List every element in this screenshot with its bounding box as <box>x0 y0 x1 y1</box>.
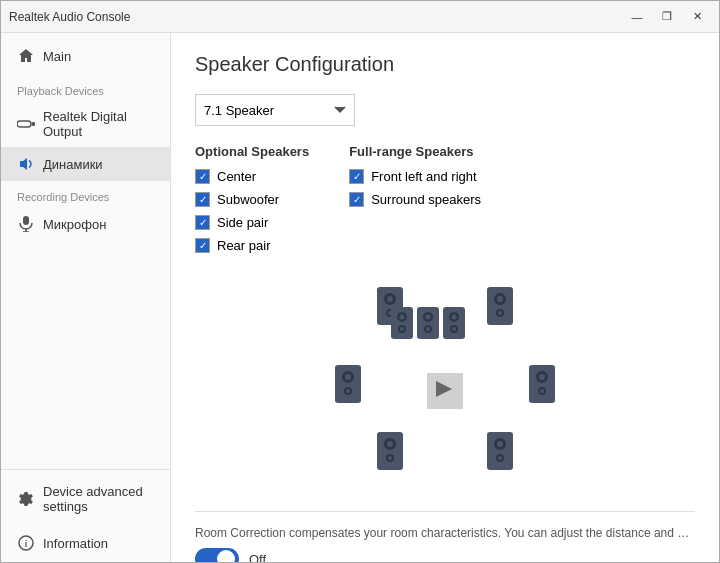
subwoofer-right[interactable] <box>443 307 465 339</box>
subwoofer-checkbox[interactable]: ✓ <box>195 192 210 207</box>
rear-left-speaker[interactable] <box>377 432 403 470</box>
digital-output-label: Realtek Digital Output <box>43 109 154 139</box>
checkbox-rear-pair[interactable]: ✓ Rear pair <box>195 238 309 253</box>
side-right-speaker[interactable] <box>529 365 555 403</box>
surround-checkbox[interactable]: ✓ <box>349 192 364 207</box>
restore-button[interactable]: ❐ <box>653 7 681 27</box>
svg-point-46 <box>388 456 392 460</box>
svg-point-31 <box>452 327 456 331</box>
svg-text:i: i <box>25 539 28 549</box>
sidebar-item-main[interactable]: Main <box>1 37 170 75</box>
front-right-speaker[interactable] <box>487 287 513 325</box>
check-mark: ✓ <box>199 218 207 228</box>
svg-point-19 <box>426 315 431 320</box>
svg-point-14 <box>497 296 503 302</box>
svg-point-29 <box>452 315 457 320</box>
front-lr-label: Front left and right <box>371 169 477 184</box>
svg-point-24 <box>400 315 405 320</box>
toggle-label: Off <box>249 552 266 563</box>
side-pair-checkbox[interactable]: ✓ <box>195 215 210 230</box>
title-bar: Realtek Audio Console — ❐ ✕ <box>1 1 719 33</box>
svg-rect-22 <box>391 307 413 339</box>
svg-rect-2 <box>23 216 29 225</box>
rear-pair-label: Rear pair <box>217 238 270 253</box>
room-correction-section: Room Correction compensates your room ch… <box>195 511 695 562</box>
info-icon: i <box>17 534 35 552</box>
sidebar-item-advanced-settings[interactable]: Device advanced settings <box>1 474 170 524</box>
sidebar-item-information[interactable]: i Information <box>1 524 170 562</box>
close-button[interactable]: ✕ <box>683 7 711 27</box>
main-panel: Speaker Configuration 7.1 Speaker Option… <box>171 33 719 562</box>
content-area: Main Playback Devices Realtek Digital Ou… <box>1 33 719 562</box>
svg-point-34 <box>345 374 351 380</box>
subwoofer-label: Subwoofer <box>217 192 279 207</box>
room-correction-toggle[interactable] <box>195 548 239 562</box>
svg-point-16 <box>498 311 502 315</box>
gear-icon <box>17 490 35 508</box>
room-correction-text: Room Correction compensates your room ch… <box>195 526 695 540</box>
sidebar-bottom: Device advanced settings i Information <box>1 469 170 562</box>
home-icon <box>17 47 35 65</box>
fullrange-speakers-column: Full-range Speakers ✓ Front left and rig… <box>349 144 481 261</box>
check-mark: ✓ <box>353 172 361 182</box>
toggle-row: Off <box>195 548 695 562</box>
speaker-diagram <box>305 277 585 497</box>
checkbox-side-pair[interactable]: ✓ Side pair <box>195 215 309 230</box>
svg-rect-32 <box>335 365 361 403</box>
speaker-diagram-container <box>195 277 695 497</box>
side-left-speaker[interactable] <box>335 365 361 403</box>
optional-speakers-title: Optional Speakers <box>195 144 309 159</box>
digital-output-icon <box>17 115 35 133</box>
svg-rect-17 <box>417 307 439 339</box>
center-speaker[interactable] <box>417 307 439 339</box>
subwoofer-left[interactable] <box>391 307 413 339</box>
svg-point-51 <box>498 456 502 460</box>
svg-rect-12 <box>487 287 513 325</box>
microphone-icon <box>17 215 35 233</box>
center-checkbox[interactable]: ✓ <box>195 169 210 184</box>
check-mark: ✓ <box>199 172 207 182</box>
sidebar-item-digital-output[interactable]: Realtek Digital Output <box>1 101 170 147</box>
rear-pair-checkbox[interactable]: ✓ <box>195 238 210 253</box>
information-label: Information <box>43 536 108 551</box>
chevron-down-icon <box>334 106 346 114</box>
advanced-settings-label: Device advanced settings <box>43 484 154 514</box>
checkbox-center[interactable]: ✓ Center <box>195 169 309 184</box>
speaker-config-dropdown[interactable]: 7.1 Speaker <box>195 94 355 126</box>
front-lr-checkbox[interactable]: ✓ <box>349 169 364 184</box>
svg-rect-27 <box>443 307 465 339</box>
app-window: Realtek Audio Console — ❐ ✕ Main Playbac… <box>0 0 720 563</box>
window-controls: — ❐ ✕ <box>623 7 711 27</box>
svg-rect-1 <box>32 122 35 126</box>
svg-point-41 <box>540 389 544 393</box>
sidebar-item-dynamics[interactable]: Динамики <box>1 147 170 181</box>
check-mark: ✓ <box>199 195 207 205</box>
checkbox-surround[interactable]: ✓ Surround speakers <box>349 192 481 207</box>
svg-rect-37 <box>529 365 555 403</box>
page-title: Speaker Configuration <box>195 53 695 76</box>
optional-speakers-column: Optional Speakers ✓ Center ✓ Subwoofer <box>195 144 309 261</box>
microphone-label: Микрофон <box>43 217 106 232</box>
speakers-section: Optional Speakers ✓ Center ✓ Subwoofer <box>195 144 695 261</box>
rear-right-speaker[interactable] <box>487 432 513 470</box>
sidebar-item-microphone[interactable]: Микрофон <box>1 207 170 241</box>
dynamics-label: Динамики <box>43 157 103 172</box>
checkbox-front-lr[interactable]: ✓ Front left and right <box>349 169 481 184</box>
svg-point-44 <box>387 441 393 447</box>
svg-rect-0 <box>17 121 31 127</box>
svg-point-39 <box>539 374 545 380</box>
fullrange-speakers-title: Full-range Speakers <box>349 144 481 159</box>
side-pair-label: Side pair <box>217 215 268 230</box>
svg-point-9 <box>387 296 393 302</box>
sidebar: Main Playback Devices Realtek Digital Ou… <box>1 33 171 562</box>
checkbox-subwoofer[interactable]: ✓ Subwoofer <box>195 192 309 207</box>
surround-label: Surround speakers <box>371 192 481 207</box>
main-label: Main <box>43 49 71 64</box>
center-label: Center <box>217 169 256 184</box>
svg-point-36 <box>346 389 350 393</box>
speaker-icon <box>17 155 35 173</box>
app-title: Realtek Audio Console <box>9 10 130 24</box>
recording-section-label: Recording Devices <box>1 181 170 207</box>
minimize-button[interactable]: — <box>623 7 651 27</box>
dropdown-selected-value: 7.1 Speaker <box>204 103 274 118</box>
